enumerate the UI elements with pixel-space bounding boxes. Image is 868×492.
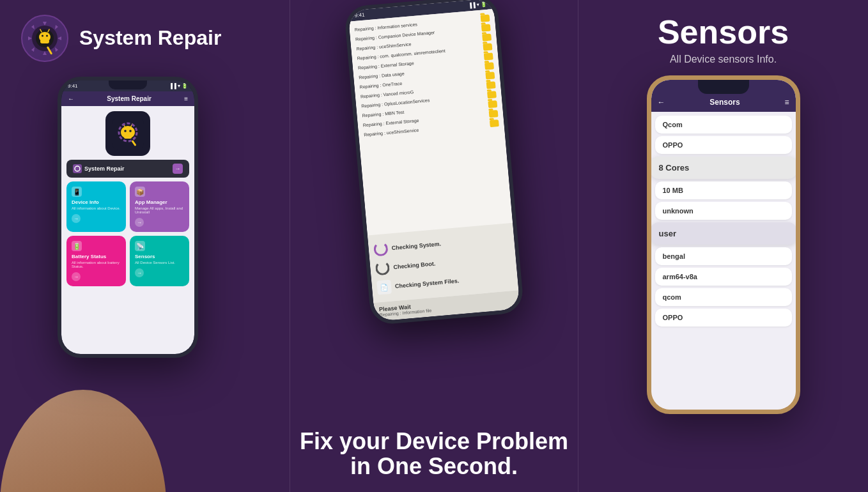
- menu-icon-left: ≡: [184, 95, 188, 102]
- folder-icon-6: [484, 62, 494, 70]
- folder-icon-5: [484, 52, 493, 60]
- phone-screen-right: ← Sensors ≡ Qcom OPPO 8 Cores 10 MB unkn…: [651, 80, 796, 410]
- menu-icon-right: ≡: [784, 98, 789, 107]
- sensor-10mb: 10 MB: [655, 181, 792, 199]
- app-manager-arrow[interactable]: →: [135, 218, 144, 227]
- system-repair-button[interactable]: System Repair →: [66, 160, 189, 178]
- phone-mockup-middle: 9:41 ▐▐ ▾ 🔋 Repairing : Information serv…: [344, 0, 525, 326]
- device-info-arrow[interactable]: →: [72, 214, 81, 223]
- sensors-card-desc: All Device Sensors List.: [135, 261, 184, 265]
- spinner-boot: [375, 261, 391, 276]
- app-header-left: ← System Repair ≡: [61, 91, 194, 106]
- system-repair-btn-text: System Repair: [84, 165, 125, 172]
- sensors-card-title: Sensors: [135, 254, 184, 259]
- signal-icons-left: ▐▐ ▾ 🔋: [169, 83, 188, 89]
- battery-status-title: Battery Status: [72, 254, 121, 259]
- time-left: 9:41: [68, 83, 78, 89]
- sensor-qcom: Qcom: [655, 116, 792, 134]
- phone-mockup-left: 9:41 ▐▐ ▾ 🔋 ← System Repair ≡: [58, 77, 198, 358]
- fix-device-text: Fix your Device Problemin One Second.: [300, 429, 568, 479]
- left-panel: System Repair 9:41 ▐▐ ▾ 🔋 ← System Repai…: [0, 0, 290, 492]
- sensor-qcom2: qcom: [655, 288, 792, 306]
- sensors-card[interactable]: 📡 Sensors All Device Sensors List. →: [130, 236, 189, 286]
- signal-middle: ▐▐ ▾ 🔋: [468, 1, 487, 9]
- folder-icon-10: [488, 100, 497, 108]
- sensor-unknown: unknown: [655, 202, 792, 220]
- folder-icon-9: [487, 91, 497, 98]
- sensors-page-title: Sensors: [658, 13, 789, 51]
- sensor-arm64: arm64-v8a: [655, 268, 792, 286]
- svg-point-4: [42, 35, 43, 37]
- app-manager-title: App Manager: [135, 199, 184, 205]
- sensor-oppo1: OPPO: [655, 136, 792, 154]
- folder-icon-2: [481, 24, 491, 32]
- repair-list: Repairing : Information services Repairi…: [349, 9, 513, 236]
- phone-mockup-right: ← Sensors ≡ Qcom OPPO 8 Cores 10 MB unkn…: [647, 75, 800, 414]
- phone-screen-middle: 9:41 ▐▐ ▾ 🔋 Repairing : Information serv…: [348, 0, 520, 321]
- app-manager-card[interactable]: 📦 App Manager Manage All apps, Install a…: [130, 181, 189, 232]
- svg-point-12: [124, 130, 127, 132]
- sensors-header-title: Sensors: [665, 98, 785, 107]
- folder-icon-12: [490, 119, 499, 127]
- checking-boot-text: Checking Boot.: [393, 260, 436, 270]
- time-middle: 9:41: [354, 12, 364, 19]
- sensor-bengal: bengal: [655, 247, 792, 265]
- device-info-card[interactable]: 📱 Device Info All information about Devi…: [66, 181, 126, 232]
- folder-icon-3: [482, 33, 492, 41]
- folder-icon: [481, 15, 490, 22]
- system-repair-arrow[interactable]: →: [173, 164, 183, 174]
- app-manager-desc: Manage All apps, Install and Uninstall: [135, 206, 184, 214]
- svg-point-13: [129, 130, 132, 132]
- folder-icon-11: [489, 110, 499, 118]
- sensors-list: Qcom OPPO 8 Cores 10 MB unknown user ben…: [651, 112, 796, 410]
- folder-icon-8: [486, 81, 496, 89]
- phone-notch-left: [109, 81, 147, 89]
- right-panel: Sensors All Device sensors Info. ← Senso…: [578, 0, 868, 492]
- feature-cards-grid: 📱 Device Info All information about Devi…: [66, 181, 189, 286]
- sensors-card-arrow[interactable]: →: [135, 268, 144, 277]
- sensor-8cores: 8 Cores: [651, 157, 796, 179]
- back-arrow-left: ←: [68, 95, 74, 102]
- phone-screen-left: 9:41 ▐▐ ▾ 🔋 ← System Repair ≡: [61, 81, 194, 354]
- app-logo-icon: [19, 13, 70, 64]
- app-icon-svg: [112, 118, 144, 150]
- logo-area: System Repair: [19, 13, 221, 64]
- header-title-left: System Repair: [74, 95, 184, 102]
- spinner-system: [373, 242, 389, 257]
- svg-rect-14: [124, 135, 132, 139]
- back-arrow-right: ←: [658, 98, 665, 107]
- phone-notch-right: [698, 80, 749, 94]
- sensors-page-subtitle: All Device sensors Info.: [670, 54, 777, 65]
- middle-panel: 9:41 ▐▐ ▾ 🔋 Repairing : Information serv…: [290, 0, 578, 492]
- svg-rect-6: [40, 40, 49, 43]
- checking-files-text: Checking System Files.: [395, 277, 460, 289]
- battery-status-arrow[interactable]: →: [72, 272, 81, 281]
- app-icon-large: [105, 111, 150, 156]
- battery-status-desc: All information about battery Status.: [72, 261, 121, 268]
- files-icon: 📄: [376, 280, 392, 295]
- sensor-user: user: [651, 222, 796, 245]
- svg-point-19: [75, 166, 80, 171]
- repair-btn-icon: [74, 165, 81, 172]
- checking-system-text: Checking System.: [391, 241, 441, 252]
- checking-section: Checking System. Checking Boot. 📄 Checki…: [368, 223, 518, 303]
- app-title: System Repair: [79, 27, 221, 49]
- device-info-title: Device Info: [72, 199, 121, 205]
- folder-icon-7: [485, 72, 495, 79]
- battery-status-card[interactable]: 🔋 Battery Status All information about b…: [66, 236, 126, 286]
- svg-point-5: [46, 35, 48, 37]
- folder-icon-4: [483, 43, 492, 50]
- phone-content-left: System Repair → 📱 Device Info All inform…: [61, 106, 194, 354]
- device-info-desc: All information about Device.: [72, 206, 121, 210]
- sensor-oppo2: OPPO: [655, 309, 792, 327]
